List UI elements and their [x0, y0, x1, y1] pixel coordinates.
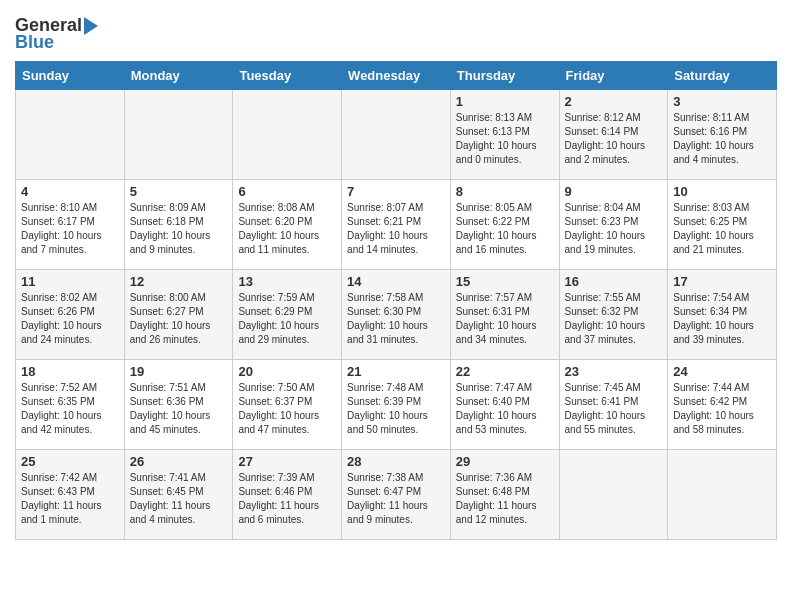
day-number: 1: [456, 94, 554, 109]
calendar-cell: 5Sunrise: 8:09 AM Sunset: 6:18 PM Daylig…: [124, 179, 233, 269]
calendar-cell: [559, 449, 668, 539]
day-info: Sunrise: 7:47 AM Sunset: 6:40 PM Dayligh…: [456, 381, 554, 437]
day-info: Sunrise: 7:41 AM Sunset: 6:45 PM Dayligh…: [130, 471, 228, 527]
calendar-week-1: 1Sunrise: 8:13 AM Sunset: 6:13 PM Daylig…: [16, 89, 777, 179]
day-info: Sunrise: 7:45 AM Sunset: 6:41 PM Dayligh…: [565, 381, 663, 437]
calendar-header-thursday: Thursday: [450, 61, 559, 89]
day-info: Sunrise: 7:57 AM Sunset: 6:31 PM Dayligh…: [456, 291, 554, 347]
day-number: 13: [238, 274, 336, 289]
day-number: 10: [673, 184, 771, 199]
calendar-cell: 4Sunrise: 8:10 AM Sunset: 6:17 PM Daylig…: [16, 179, 125, 269]
logo-wordmark: General Blue: [15, 15, 102, 53]
day-info: Sunrise: 7:38 AM Sunset: 6:47 PM Dayligh…: [347, 471, 445, 527]
calendar-cell: 10Sunrise: 8:03 AM Sunset: 6:25 PM Dayli…: [668, 179, 777, 269]
calendar-header-row: SundayMondayTuesdayWednesdayThursdayFrid…: [16, 61, 777, 89]
day-number: 18: [21, 364, 119, 379]
day-number: 25: [21, 454, 119, 469]
day-number: 22: [456, 364, 554, 379]
day-info: Sunrise: 8:12 AM Sunset: 6:14 PM Dayligh…: [565, 111, 663, 167]
day-info: Sunrise: 7:50 AM Sunset: 6:37 PM Dayligh…: [238, 381, 336, 437]
day-number: 29: [456, 454, 554, 469]
day-info: Sunrise: 8:05 AM Sunset: 6:22 PM Dayligh…: [456, 201, 554, 257]
day-number: 20: [238, 364, 336, 379]
day-info: Sunrise: 7:36 AM Sunset: 6:48 PM Dayligh…: [456, 471, 554, 527]
day-number: 2: [565, 94, 663, 109]
day-number: 23: [565, 364, 663, 379]
calendar-cell: [233, 89, 342, 179]
day-number: 5: [130, 184, 228, 199]
calendar-cell: 23Sunrise: 7:45 AM Sunset: 6:41 PM Dayli…: [559, 359, 668, 449]
calendar-cell: 2Sunrise: 8:12 AM Sunset: 6:14 PM Daylig…: [559, 89, 668, 179]
day-number: 26: [130, 454, 228, 469]
day-number: 15: [456, 274, 554, 289]
day-info: Sunrise: 8:08 AM Sunset: 6:20 PM Dayligh…: [238, 201, 336, 257]
day-number: 28: [347, 454, 445, 469]
calendar-header-sunday: Sunday: [16, 61, 125, 89]
calendar-cell: [342, 89, 451, 179]
calendar-week-3: 11Sunrise: 8:02 AM Sunset: 6:26 PM Dayli…: [16, 269, 777, 359]
day-info: Sunrise: 8:04 AM Sunset: 6:23 PM Dayligh…: [565, 201, 663, 257]
day-info: Sunrise: 7:59 AM Sunset: 6:29 PM Dayligh…: [238, 291, 336, 347]
calendar-cell: 22Sunrise: 7:47 AM Sunset: 6:40 PM Dayli…: [450, 359, 559, 449]
calendar-cell: 18Sunrise: 7:52 AM Sunset: 6:35 PM Dayli…: [16, 359, 125, 449]
calendar-table: SundayMondayTuesdayWednesdayThursdayFrid…: [15, 61, 777, 540]
day-info: Sunrise: 8:02 AM Sunset: 6:26 PM Dayligh…: [21, 291, 119, 347]
day-info: Sunrise: 8:03 AM Sunset: 6:25 PM Dayligh…: [673, 201, 771, 257]
day-info: Sunrise: 7:39 AM Sunset: 6:46 PM Dayligh…: [238, 471, 336, 527]
calendar-cell: 16Sunrise: 7:55 AM Sunset: 6:32 PM Dayli…: [559, 269, 668, 359]
calendar-cell: 1Sunrise: 8:13 AM Sunset: 6:13 PM Daylig…: [450, 89, 559, 179]
calendar-header-monday: Monday: [124, 61, 233, 89]
calendar-cell: [668, 449, 777, 539]
day-number: 7: [347, 184, 445, 199]
calendar-header-friday: Friday: [559, 61, 668, 89]
day-number: 8: [456, 184, 554, 199]
calendar-cell: 21Sunrise: 7:48 AM Sunset: 6:39 PM Dayli…: [342, 359, 451, 449]
calendar-cell: 19Sunrise: 7:51 AM Sunset: 6:36 PM Dayli…: [124, 359, 233, 449]
day-number: 9: [565, 184, 663, 199]
day-info: Sunrise: 7:52 AM Sunset: 6:35 PM Dayligh…: [21, 381, 119, 437]
day-number: 12: [130, 274, 228, 289]
calendar-cell: 14Sunrise: 7:58 AM Sunset: 6:30 PM Dayli…: [342, 269, 451, 359]
day-info: Sunrise: 7:55 AM Sunset: 6:32 PM Dayligh…: [565, 291, 663, 347]
day-info: Sunrise: 7:58 AM Sunset: 6:30 PM Dayligh…: [347, 291, 445, 347]
logo: General Blue: [15, 15, 102, 53]
calendar-week-5: 25Sunrise: 7:42 AM Sunset: 6:43 PM Dayli…: [16, 449, 777, 539]
day-number: 17: [673, 274, 771, 289]
day-number: 4: [21, 184, 119, 199]
calendar-week-2: 4Sunrise: 8:10 AM Sunset: 6:17 PM Daylig…: [16, 179, 777, 269]
day-number: 21: [347, 364, 445, 379]
calendar-cell: [16, 89, 125, 179]
calendar-cell: 3Sunrise: 8:11 AM Sunset: 6:16 PM Daylig…: [668, 89, 777, 179]
calendar-cell: 24Sunrise: 7:44 AM Sunset: 6:42 PM Dayli…: [668, 359, 777, 449]
calendar-cell: 11Sunrise: 8:02 AM Sunset: 6:26 PM Dayli…: [16, 269, 125, 359]
day-number: 14: [347, 274, 445, 289]
day-number: 6: [238, 184, 336, 199]
day-number: 16: [565, 274, 663, 289]
day-info: Sunrise: 7:44 AM Sunset: 6:42 PM Dayligh…: [673, 381, 771, 437]
calendar-cell: 15Sunrise: 7:57 AM Sunset: 6:31 PM Dayli…: [450, 269, 559, 359]
day-info: Sunrise: 7:42 AM Sunset: 6:43 PM Dayligh…: [21, 471, 119, 527]
calendar-cell: 6Sunrise: 8:08 AM Sunset: 6:20 PM Daylig…: [233, 179, 342, 269]
calendar-cell: 20Sunrise: 7:50 AM Sunset: 6:37 PM Dayli…: [233, 359, 342, 449]
day-number: 24: [673, 364, 771, 379]
calendar-cell: 28Sunrise: 7:38 AM Sunset: 6:47 PM Dayli…: [342, 449, 451, 539]
logo-blue-text: Blue: [15, 33, 102, 53]
calendar-week-4: 18Sunrise: 7:52 AM Sunset: 6:35 PM Dayli…: [16, 359, 777, 449]
day-info: Sunrise: 8:10 AM Sunset: 6:17 PM Dayligh…: [21, 201, 119, 257]
calendar-header-saturday: Saturday: [668, 61, 777, 89]
calendar-cell: 27Sunrise: 7:39 AM Sunset: 6:46 PM Dayli…: [233, 449, 342, 539]
calendar-cell: 29Sunrise: 7:36 AM Sunset: 6:48 PM Dayli…: [450, 449, 559, 539]
calendar-cell: 12Sunrise: 8:00 AM Sunset: 6:27 PM Dayli…: [124, 269, 233, 359]
calendar-header-tuesday: Tuesday: [233, 61, 342, 89]
day-info: Sunrise: 7:51 AM Sunset: 6:36 PM Dayligh…: [130, 381, 228, 437]
day-number: 11: [21, 274, 119, 289]
day-number: 27: [238, 454, 336, 469]
day-info: Sunrise: 7:48 AM Sunset: 6:39 PM Dayligh…: [347, 381, 445, 437]
day-info: Sunrise: 8:11 AM Sunset: 6:16 PM Dayligh…: [673, 111, 771, 167]
calendar-cell: 9Sunrise: 8:04 AM Sunset: 6:23 PM Daylig…: [559, 179, 668, 269]
header: General Blue: [15, 15, 777, 53]
day-info: Sunrise: 8:07 AM Sunset: 6:21 PM Dayligh…: [347, 201, 445, 257]
day-number: 19: [130, 364, 228, 379]
calendar-cell: 26Sunrise: 7:41 AM Sunset: 6:45 PM Dayli…: [124, 449, 233, 539]
day-info: Sunrise: 8:09 AM Sunset: 6:18 PM Dayligh…: [130, 201, 228, 257]
